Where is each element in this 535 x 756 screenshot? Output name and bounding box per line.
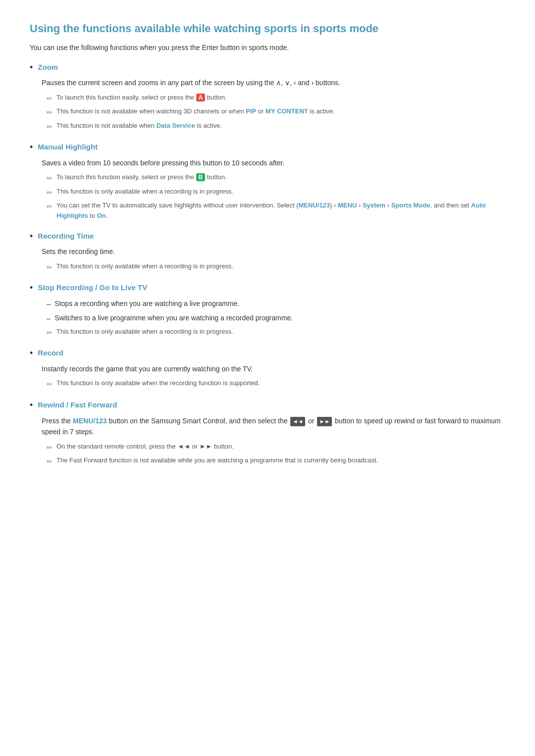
- btn-b: B: [196, 173, 206, 181]
- bullet-dot: •: [30, 281, 33, 295]
- bullet-dot: •: [30, 398, 33, 412]
- section-zoom: • Zoom Pauses the current screen and zoo…: [30, 61, 505, 132]
- fastforward-btn-icon: ►►: [317, 417, 332, 427]
- stop-recording-title: Stop Recording / Go to Live TV: [38, 282, 147, 294]
- section-recording-time: • Recording Time Sets the recording time…: [30, 230, 505, 273]
- section-record: • Record Instantly records the game that…: [30, 347, 505, 390]
- dash-symbol: –: [47, 298, 51, 310]
- pencil-icon: ✏: [47, 107, 53, 118]
- recording-time-note-1: This function is only available when a r…: [56, 261, 233, 272]
- zoom-note-2: This function is not available when watc…: [56, 106, 335, 117]
- bullet-dot: •: [30, 60, 33, 75]
- dash-symbol: –: [47, 312, 51, 324]
- manual-highlight-note-1: To launch this function easily, select o…: [56, 172, 227, 183]
- bullet-dot: •: [30, 140, 33, 154]
- page-title: Using the functions available while watc…: [30, 20, 505, 37]
- pencil-icon: ✏: [47, 442, 53, 453]
- pencil-icon: ✏: [47, 121, 53, 132]
- btn-a: A: [196, 94, 206, 101]
- record-description: Instantly records the game that you are …: [42, 363, 505, 374]
- pencil-icon: ✏: [47, 456, 53, 467]
- pencil-icon: ✏: [47, 379, 53, 390]
- page-intro: You can use the following functions when…: [30, 42, 505, 53]
- stop-recording-note-1: This function is only available when a r…: [56, 327, 233, 337]
- rewind-note-1: On the standard remote control, press th…: [56, 442, 234, 452]
- pencil-icon: ✏: [47, 173, 53, 184]
- manual-highlight-title: Manual Highlight: [38, 141, 98, 153]
- manual-highlight-note-3: You can set the TV to automatically save…: [56, 201, 505, 221]
- manual-highlight-note-2: This function is only available when a r…: [56, 187, 233, 197]
- rewind-title: Rewind / Fast Forward: [38, 399, 117, 411]
- pencil-icon: ✏: [47, 187, 53, 198]
- manual-highlight-description: Saves a video from 10 seconds before pre…: [42, 157, 505, 168]
- rewind-description: Press the MENU/123 button on the Samsung…: [42, 415, 505, 438]
- zoom-title: Zoom: [38, 61, 58, 73]
- stop-recording-dash-2: Switches to a live programme when you ar…: [54, 312, 293, 323]
- zoom-note-3: This function is not available when Data…: [56, 121, 222, 131]
- recording-time-title: Recording Time: [38, 230, 94, 242]
- section-manual-highlight: • Manual Highlight Saves a video from 10…: [30, 141, 505, 221]
- record-title: Record: [38, 347, 63, 359]
- zoom-description: Pauses the current screen and zooms in a…: [42, 77, 505, 88]
- rewind-btn-icon: ◄◄: [290, 417, 305, 427]
- recording-time-description: Sets the recording time.: [42, 246, 505, 257]
- pencil-icon: ✏: [47, 262, 53, 273]
- pencil-icon: ✏: [47, 93, 53, 104]
- section-stop-recording: • Stop Recording / Go to Live TV – Stops…: [30, 282, 505, 338]
- bullet-dot: •: [30, 229, 33, 244]
- zoom-note-1: To launch this function easily, select o…: [56, 93, 227, 103]
- stop-recording-dash-1: Stops a recording when you are watching …: [54, 298, 239, 309]
- section-rewind: • Rewind / Fast Forward Press the MENU/1…: [30, 399, 505, 467]
- rewind-note-2: The Fast Forward function is not availab…: [56, 455, 378, 466]
- bullet-dot: •: [30, 346, 33, 360]
- record-note-1: This function is only available when the…: [56, 378, 260, 389]
- pencil-icon: ✏: [47, 201, 53, 212]
- pencil-icon: ✏: [47, 327, 53, 338]
